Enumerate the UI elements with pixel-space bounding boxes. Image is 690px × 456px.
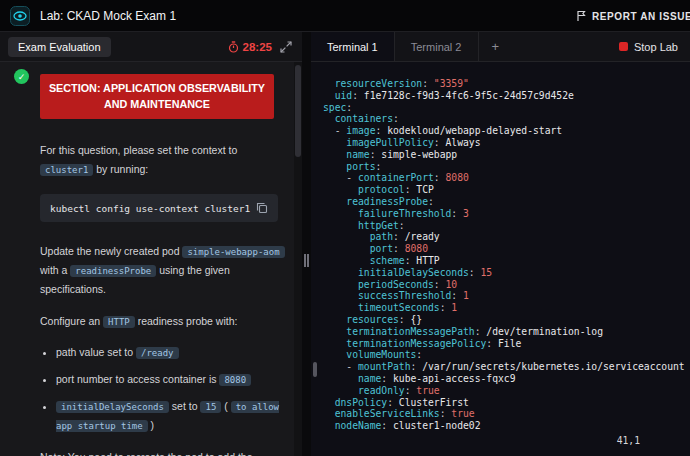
terminal-line: protocol: TCP <box>323 184 690 196</box>
stop-lab-label: Stop Lab <box>634 41 678 53</box>
question-configure-para: Configure an HTTP readiness probe with: <box>40 312 288 331</box>
terminal-line: readOnly: true <box>323 385 690 397</box>
terminal-yaml-output: resourceVersion: "3359" uid: f1e7128c-f9… <box>323 78 690 432</box>
question-content: ✓ SECTION: APPLICATION OBSERVABILITY AND… <box>0 62 302 456</box>
terminal-line: - containerPort: 8080 <box>323 172 690 184</box>
question-panel: Exam Evaluation 28:25 <box>0 32 302 456</box>
terminal-line: uid: f1e7128c-f9d3-4fc6-9f5c-24d57c9d452… <box>323 90 690 102</box>
terminal-line: readinessProbe: <box>323 196 690 208</box>
terminal-line: failureThreshold: 3 <box>323 208 690 220</box>
terminal-line: name: simple-webapp <box>323 149 690 161</box>
main-area: Exam Evaluation 28:25 <box>0 32 690 456</box>
terminal-scroll-indicator <box>313 362 317 377</box>
inline-code-chip: simple-webapp-aom <box>182 246 284 258</box>
terminal-line: - mountPath: /var/run/secrets/kubernetes… <box>323 361 690 373</box>
inline-code-chip: 15 <box>200 401 221 413</box>
requirement-item: port number to access container is 8080 <box>56 370 288 389</box>
terminal-line: terminationMessagePolicy: File <box>323 338 690 350</box>
terminal-line: enableServiceLinks: true <box>323 408 690 420</box>
terminal-line: periodSeconds: 10 <box>323 279 690 291</box>
flag-icon <box>576 10 587 22</box>
terminal-line: scheme: HTTP <box>323 255 690 267</box>
terminal-line: path: /ready <box>323 231 690 243</box>
vim-ruler: 41,1 <box>323 435 690 447</box>
exam-timer: 28:25 <box>228 41 272 53</box>
terminal-panel: Terminal 1 Terminal 2 + Stop Lab resourc… <box>311 32 690 456</box>
terminal-line: initialDelaySeconds: 15 <box>323 267 690 279</box>
expand-panel-button[interactable] <box>280 41 292 53</box>
new-terminal-button[interactable]: + <box>479 32 513 61</box>
inline-code-chip: initialDelaySeconds <box>56 401 169 413</box>
panel-resize-handle[interactable] <box>302 32 311 456</box>
terminal-line: port: 8080 <box>323 243 690 255</box>
inline-code-chip: HTTP <box>103 316 135 328</box>
terminal-line: successThreshold: 1 <box>323 290 690 302</box>
report-issue-button[interactable]: REPORT AN ISSUE <box>576 0 690 32</box>
terminal-tab-bar: Terminal 1 Terminal 2 + Stop Lab <box>311 32 690 62</box>
timer-clock-icon <box>228 41 239 53</box>
timer-value: 28:25 <box>243 41 272 53</box>
terminal-line: - image: kodekloud/webapp-delayed-start <box>323 125 690 137</box>
question-scrollbar-thumb[interactable] <box>295 65 301 157</box>
lab-title: Lab: CKAD Mock Exam 1 <box>40 9 176 23</box>
command-text: kubectl config use-context cluster1 <box>50 203 250 214</box>
app-logo-icon <box>10 6 30 26</box>
stop-lab-button[interactable]: Stop Lab <box>607 32 690 61</box>
terminal-line: containers: <box>323 113 690 125</box>
terminal-line: resources: {} <box>323 314 690 326</box>
terminal-line: httpGet: <box>323 220 690 232</box>
top-bar: Lab: CKAD Mock Exam 1 REPORT AN ISSUE <box>0 0 690 32</box>
terminal-line: dnsPolicy: ClusterFirst <box>323 397 690 409</box>
terminal-output[interactable]: resourceVersion: "3359" uid: f1e7128c-f9… <box>311 62 690 456</box>
terminal-line: imagePullPolicy: Always <box>323 137 690 149</box>
resize-grip-icon <box>304 254 309 267</box>
terminal-line: nodeName: cluster1-node02 <box>323 420 690 432</box>
terminal-line: volumeMounts: <box>323 349 690 361</box>
question-update-para: Update the newly created pod simple-weba… <box>40 242 288 298</box>
terminal-line: ports: <box>323 161 690 173</box>
inline-code-chip: cluster1 <box>40 164 93 176</box>
command-code-block: kubectl config use-context cluster1 <box>40 194 278 222</box>
question-intro: For this question, please set the contex… <box>40 141 288 178</box>
tab-terminal-1[interactable]: Terminal 1 <box>311 32 395 61</box>
section-banner: SECTION: APPLICATION OBSERVABILITY AND M… <box>40 74 274 119</box>
requirement-item: path value set to /ready <box>56 343 288 362</box>
terminal-line: terminationMessagePath: /dev/termination… <box>323 326 690 338</box>
question-note: Note: You need to recreate the pod to ad… <box>40 449 288 456</box>
requirements-list: path value set to /readyport number to a… <box>40 343 288 435</box>
inline-code-chip: /ready <box>136 347 179 359</box>
stop-icon <box>619 42 628 51</box>
report-issue-label: REPORT AN ISSUE <box>592 11 690 22</box>
exam-evaluation-tab[interactable]: Exam Evaluation <box>8 37 111 57</box>
question-panel-header: Exam Evaluation 28:25 <box>0 32 302 62</box>
copy-icon[interactable] <box>256 202 268 214</box>
question-scrollbar[interactable] <box>294 62 302 456</box>
terminal-line: spec: <box>323 102 690 114</box>
inline-code-chip: 8080 <box>219 374 251 386</box>
terminal-line: timeoutSeconds: 1 <box>323 302 690 314</box>
question-complete-check-icon: ✓ <box>14 69 29 84</box>
inline-code-chip: readinessProbe <box>70 265 156 277</box>
tab-terminal-2[interactable]: Terminal 2 <box>395 32 479 61</box>
terminal-line: resourceVersion: "3359" <box>323 78 690 90</box>
terminal-line: name: kube-api-access-fqxc9 <box>323 373 690 385</box>
requirement-item: initialDelaySeconds set to 15 ( to allow… <box>56 397 288 435</box>
